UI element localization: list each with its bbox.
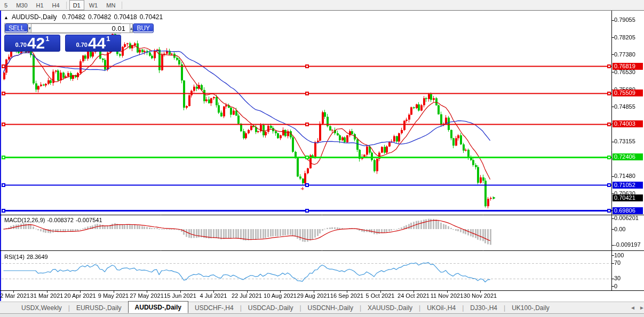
current-price-tag: 0.70421 bbox=[613, 194, 643, 201]
buy-price-big: 44 bbox=[88, 36, 106, 50]
mt4-window: 5M30H1H4D1W1MN ▲AUDUSD-,Daily0.704820.70… bbox=[0, 0, 644, 317]
macd-main-value: -0.008372 bbox=[47, 217, 74, 223]
rsi-axis-tick: 0 bbox=[614, 283, 617, 289]
date-axis-label: 11 Nov 2021 bbox=[431, 292, 464, 299]
date-axis-label: 16 Sep 2021 bbox=[330, 292, 363, 299]
chevron-down-icon: ▾ bbox=[28, 26, 31, 31]
tab-ukoil-h4[interactable]: UKOil-,H4 bbox=[420, 303, 462, 313]
price-level-tag: 0.69806 bbox=[613, 207, 643, 214]
quote-high: 0.70482 bbox=[88, 13, 111, 21]
price-level-tag: 0.74003 bbox=[613, 120, 643, 127]
rsi-axis-tick: 30 bbox=[614, 275, 621, 281]
tab-eurusd-daily[interactable]: EURUSD-,Daily bbox=[70, 303, 128, 313]
buy-quote[interactable]: 0.70441 bbox=[65, 35, 121, 52]
date-axis-label: 15 Jun 2021 bbox=[164, 292, 196, 299]
date-axis-label: 20 Apr 2021 bbox=[64, 292, 96, 299]
tab-uk100-daily[interactable]: UK100-,Daily bbox=[505, 303, 556, 313]
rsi-value: 28.3649 bbox=[27, 254, 48, 260]
collapse-icon[interactable]: ▲ bbox=[4, 15, 9, 20]
macd-axis-tick: 0.006201 bbox=[614, 215, 639, 221]
tab-dj30-h4[interactable]: DJ30-,H4 bbox=[464, 303, 504, 313]
sell-price-big: 42 bbox=[27, 36, 45, 50]
tab-scroll-left-icon[interactable]: ◄ bbox=[630, 305, 635, 311]
tab-scroll-right-icon[interactable]: ► bbox=[639, 305, 644, 311]
tab-audusd-daily[interactable]: AUDUSD-,Daily bbox=[128, 301, 188, 313]
price-axis-tick: 0.74855 bbox=[614, 103, 635, 110]
price-level-tag: 0.72406 bbox=[613, 153, 643, 160]
chart-title: ▲AUDUSD-,Daily0.704820.704820.704180.704… bbox=[4, 13, 165, 21]
price-level-tag: 0.75509 bbox=[613, 90, 643, 96]
date-axis-label: 31 Mar 2021 bbox=[30, 292, 63, 299]
sell-quote[interactable]: 0.70421 bbox=[4, 35, 60, 52]
otc-top-row: SELL ▾ ▴ BUY bbox=[4, 23, 121, 34]
chevron-up-icon: ▴ bbox=[130, 26, 133, 31]
tab-usdcad-daily[interactable]: USDCAD-,Daily bbox=[242, 303, 300, 313]
date-axis-label: 27 May 2021 bbox=[130, 292, 164, 299]
quote-low: 0.70418 bbox=[114, 13, 137, 21]
tab-usdchf-h4[interactable]: USDCHF-,H4 bbox=[188, 303, 240, 313]
macd-label: MACD(12,26,9)-0.008372-0.007541 bbox=[4, 217, 105, 223]
buy-price-sup: 1 bbox=[106, 35, 110, 43]
quote-open: 0.70482 bbox=[62, 13, 85, 21]
date-axis-label: 12 Mar 2021 bbox=[0, 292, 30, 299]
rsi-name: RSI(14) bbox=[4, 254, 25, 260]
rsi-label: RSI(14)28.3649 bbox=[4, 254, 50, 260]
buy-button[interactable]: BUY bbox=[133, 23, 154, 33]
chart-tab-bar: USDX,Weekly|EURUSD-,DailyAUDUSD-,DailyUS… bbox=[0, 302, 644, 313]
price-axis-tick: 0.78205 bbox=[614, 34, 635, 40]
price-axis-tick: 0.79055 bbox=[614, 17, 635, 23]
price-level-tag: 0.76819 bbox=[613, 63, 643, 70]
tab-xauusd-daily[interactable]: XAUUSD-,Daily bbox=[361, 303, 419, 313]
macd-name: MACD(12,26,9) bbox=[4, 217, 45, 223]
status-strip bbox=[0, 313, 644, 317]
date-axis-label: 29 Aug 2021 bbox=[297, 292, 330, 299]
date-axis-label: 22 Jul 2021 bbox=[232, 292, 262, 299]
price-axis-tick: 0.71480 bbox=[614, 173, 635, 179]
macd-axis-tick: 0.00 bbox=[614, 226, 625, 232]
one-click-trading-panel: SELL ▾ ▴ BUY 0.70421 0.70441 bbox=[4, 23, 121, 52]
date-axis-label: 30 Nov 2021 bbox=[464, 292, 497, 299]
rsi-axis-tick: 70 bbox=[614, 259, 621, 266]
date-axis-label: 5 Oct 2021 bbox=[366, 292, 395, 299]
date-axis-label: 24 Oct 2021 bbox=[397, 292, 430, 299]
rsi-axis-tick: 100 bbox=[614, 252, 624, 258]
buy-price-small: 0.70 bbox=[76, 42, 87, 48]
macd-signal-value: -0.007541 bbox=[76, 217, 102, 223]
date-axis-label: 10 Aug 2021 bbox=[264, 292, 297, 299]
quote-close: 0.70421 bbox=[140, 13, 163, 21]
sell-price-sup: 1 bbox=[45, 35, 49, 43]
chart-symbol-label: AUDUSD-,Daily bbox=[12, 13, 57, 21]
macd-axis-tick: -0.009197 bbox=[614, 241, 641, 248]
tab-usdcnh-daily[interactable]: USDCNH-,Daily bbox=[301, 303, 360, 313]
tab-usdx-weekly[interactable]: USDX,Weekly bbox=[15, 303, 68, 313]
price-axis-tick: 0.77380 bbox=[614, 51, 635, 58]
date-axis-label: 9 May 2021 bbox=[98, 292, 129, 299]
price-axis-tick: 0.73155 bbox=[614, 138, 635, 144]
volume-input[interactable] bbox=[31, 23, 130, 33]
date-axis-label: 4 Jul 2021 bbox=[200, 292, 227, 299]
price-level-tag: 0.71052 bbox=[613, 182, 643, 189]
sell-button[interactable]: SELL bbox=[5, 23, 28, 33]
sell-price-small: 0.70 bbox=[15, 42, 26, 48]
